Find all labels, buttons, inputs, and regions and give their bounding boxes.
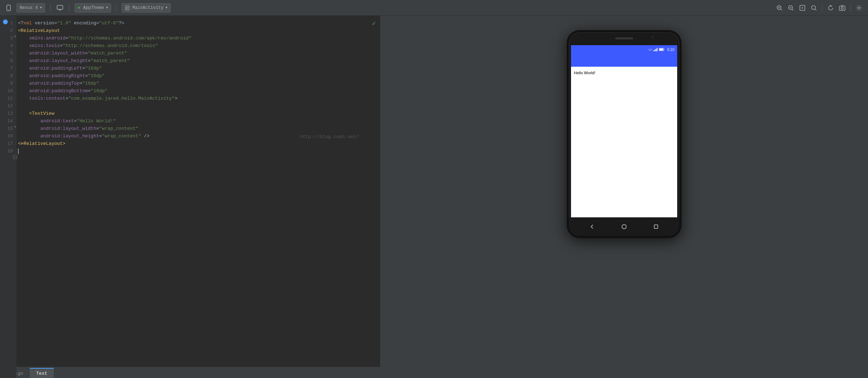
main-area: ✓ ▼ ▼ 12345 678910 1112131415 161718 <?x… (0, 16, 868, 378)
phone-screen: 5:10 Hello World! (571, 45, 677, 217)
svg-rect-29 (657, 48, 657, 51)
main-activity-button[interactable]: MainActivity ▼ (122, 3, 171, 13)
phone-app-bar (571, 54, 677, 67)
phone-status-bar: 5:10 (571, 45, 677, 54)
chevron-down-icon: ▼ (40, 6, 42, 10)
separator-1 (50, 4, 51, 11)
svg-rect-27 (655, 49, 655, 51)
svg-point-33 (622, 225, 626, 229)
svg-rect-2 (57, 5, 63, 9)
svg-point-23 (858, 7, 860, 9)
separator-5 (850, 4, 851, 11)
svg-line-15 (792, 9, 794, 10)
svg-rect-34 (654, 225, 658, 228)
code-editor[interactable]: ✓ ▼ ▼ 12345 678910 1112131415 161718 <?x… (0, 16, 380, 378)
theme-chevron-icon: ▼ (106, 6, 108, 10)
tab-text[interactable]: Text (30, 368, 54, 378)
watermark-text: http://blog.csdn.net/ (300, 134, 359, 140)
activity-chevron-icon: ▼ (165, 6, 167, 10)
svg-line-12 (781, 9, 782, 10)
activity-label: MainActivity (132, 5, 163, 10)
status-time: 5:10 (667, 48, 674, 52)
phone-camera (651, 36, 654, 39)
preview-panel: 5:10 Hello World! (380, 16, 868, 378)
svg-rect-31 (659, 49, 663, 51)
gutter-indicator (3, 19, 8, 26)
nav-recents-button (651, 221, 661, 232)
camera-button[interactable] (838, 3, 847, 13)
svg-rect-21 (839, 6, 845, 10)
svg-rect-28 (656, 49, 656, 51)
nav-home-button (619, 221, 629, 232)
device-icon[interactable] (4, 4, 13, 12)
svg-rect-26 (654, 50, 654, 51)
phone-mockup: 5:10 Hello World! (567, 30, 681, 238)
svg-point-19 (812, 5, 816, 9)
hello-world-label: Hello World! (574, 71, 595, 75)
zoom-actual-button[interactable] (809, 3, 819, 13)
separator-4 (822, 4, 822, 11)
zoom-in-button[interactable] (775, 3, 784, 13)
zoom-fit-button[interactable] (798, 3, 807, 13)
settings-button[interactable] (854, 3, 864, 13)
toolbar-right-actions (775, 3, 864, 13)
separator-2 (69, 4, 70, 11)
nexus-label: Nexus 4 (20, 5, 38, 10)
phone-nav-bar (569, 217, 679, 236)
status-icons (648, 48, 665, 51)
bottom-tabs: Design Text (0, 367, 380, 378)
svg-point-22 (841, 7, 843, 9)
code-content[interactable]: 12345 678910 1112131415 161718 <?xml ver… (0, 16, 380, 367)
nav-back-button (587, 221, 598, 232)
nexus-device-button[interactable]: Nexus 4 ▼ (16, 3, 45, 13)
line-numbers: 12345 678910 1112131415 161718 (0, 19, 16, 155)
phone-speaker (615, 37, 633, 39)
theme-label: AppTheme (83, 5, 104, 10)
app-theme-button[interactable]: ● AppTheme ▼ (75, 3, 111, 13)
svg-line-20 (815, 9, 816, 10)
phone-content: Hello World! (571, 67, 677, 217)
separator-3 (116, 4, 117, 11)
refresh-button[interactable] (826, 3, 835, 13)
top-toolbar: Nexus 4 ▼ ● AppTheme ▼ MainActivity ▼ (0, 0, 868, 16)
zoom-out-button[interactable] (786, 3, 796, 13)
screen-icon[interactable] (56, 4, 64, 12)
svg-point-1 (8, 9, 9, 10)
